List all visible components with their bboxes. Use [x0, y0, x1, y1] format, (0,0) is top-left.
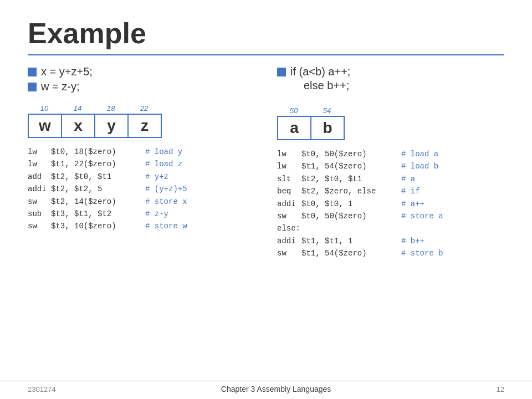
operands: $t3, $t1, $t2	[51, 208, 145, 220]
comment: # (y+z)+5	[145, 183, 187, 195]
right-code-line: slt$t2, $t0, $t1# a	[277, 173, 504, 185]
instr: lw	[28, 146, 51, 158]
left-mem-row: wxyz	[28, 114, 161, 137]
if-line1: if (a<b) a++;	[290, 65, 350, 78]
bullet-item-1: x = y+z+5;	[28, 65, 255, 78]
comment: # load a	[401, 148, 438, 160]
left-code-line: sw$t2, 14($zero)# store x	[28, 196, 255, 208]
instr: lw	[277, 160, 301, 172]
comment: # store b	[401, 247, 443, 259]
right-bullet-text-1: if (a<b) a++; else b++;	[290, 65, 350, 93]
right-code-line: sw$t1, 54($zero)# store b	[277, 247, 504, 259]
instr: sw	[28, 196, 51, 208]
operands: $t2, $t0, $t1	[301, 173, 401, 185]
comment: # load b	[401, 160, 438, 172]
comment: # load z	[145, 158, 182, 170]
operands: $t3, 10($zero)	[51, 220, 145, 232]
left-mem-cell: y	[95, 114, 128, 137]
operands: $t1, $t1, 1	[301, 235, 401, 247]
left-code-line: sw$t3, 10($zero)# store w	[28, 220, 255, 232]
right-bullet-icon-1	[277, 68, 286, 76]
right-mem-labels: 5054	[277, 106, 345, 115]
right-code-block: lw$t0, 50($zero)# load alw$t1, 54($zero)…	[277, 148, 504, 260]
left-mem-cell: z	[128, 114, 161, 137]
left-mem-label: 18	[94, 104, 127, 112]
left-mem-cell: x	[62, 114, 95, 137]
right-mem-row: ab	[278, 116, 344, 140]
instr: addi	[277, 198, 301, 210]
operands: $t2, 14($zero)	[51, 196, 145, 208]
comment: # load y	[145, 146, 182, 158]
operands: $t1, 22($zero)	[51, 158, 145, 170]
bullet-text-1: x = y+z+5;	[41, 65, 93, 78]
operands: $t1, 54($zero)	[301, 247, 401, 259]
right-bullet-item-1: if (a<b) a++; else b++;	[277, 65, 504, 93]
instr: sw	[277, 210, 301, 222]
bullet-icon-1	[28, 68, 37, 76]
operands: $t1, 54($zero)	[301, 160, 401, 172]
instr: addi	[277, 235, 301, 247]
right-mem-label: 50	[277, 106, 310, 115]
left-code-line: lw$t1, 22($zero)# load z	[28, 158, 255, 170]
footer-center: Chapter 3 Assembly Languages	[221, 385, 331, 393]
right-mem-label: 54	[310, 106, 344, 115]
left-mem-label: 14	[61, 104, 94, 112]
left-mem-labels: 10141822	[28, 104, 162, 112]
left-code-line: addi$t2, $t2, 5# (y+z)+5	[28, 183, 255, 195]
right-mem-table: ab	[277, 116, 345, 140]
content-area: x = y+z+5; w = z-y; 10141822 wxyz	[28, 65, 504, 260]
left-code-line: lw$t0, 18($zero)# load y	[28, 146, 255, 158]
left-mem-cell: w	[28, 114, 62, 137]
operands: $t0, 50($zero)	[301, 210, 401, 222]
right-code-line: sw$t0, 50($zero)# store a	[277, 210, 504, 222]
instr: sub	[28, 208, 51, 220]
left-code-line: sub$t3, $t1, $t2# z-y	[28, 208, 255, 220]
slide-title: Example	[28, 17, 504, 50]
footer: 2301274 Chapter 3 Assembly Languages 12	[0, 381, 532, 393]
left-code-line: add$t2, $t0, $t1# y+z	[28, 171, 255, 183]
comment: # store w	[145, 220, 187, 232]
right-mem-cell: a	[278, 116, 311, 140]
right-code-line: else:	[277, 222, 504, 234]
instr: slt	[277, 173, 301, 185]
left-mem-label: 10	[28, 104, 61, 112]
left-code-block: lw$t0, 18($zero)# load ylw$t1, 22($zero)…	[28, 146, 255, 233]
left-memory-diagram: 10141822 wxyz	[28, 104, 162, 138]
left-mem-table: wxyz	[28, 114, 162, 138]
right-code-line: addi$t0, $t0, 1# a++	[277, 198, 504, 210]
comment: # store a	[401, 210, 443, 222]
right-code-line: lw$t0, 50($zero)# load a	[277, 148, 504, 160]
right-code-line: lw$t1, 54($zero)# load b	[277, 160, 504, 172]
right-code-line: addi$t1, $t1, 1# b++	[277, 235, 504, 247]
instr: lw	[277, 148, 301, 160]
comment: # z-y	[145, 208, 168, 220]
operands: $t2, $zero, else	[301, 185, 401, 197]
operands: $t0, $t0, 1	[301, 198, 401, 210]
right-bullet-area: if (a<b) a++; else b++;	[277, 65, 504, 93]
right-mem-cell: b	[311, 116, 344, 140]
else-label: else:	[277, 222, 300, 234]
comment: # a++	[401, 198, 424, 210]
footer-right: 12	[497, 385, 504, 393]
instr: beq	[277, 185, 301, 197]
instr: addi	[28, 183, 51, 195]
left-column: x = y+z+5; w = z-y; 10141822 wxyz	[28, 65, 255, 260]
bullet-text-2: w = z-y;	[41, 80, 79, 93]
right-code-line: beq$t2, $zero, else# if	[277, 185, 504, 197]
comment: # b++	[401, 235, 424, 247]
comment: # a	[401, 173, 415, 185]
operands: $t2, $t2, 5	[51, 183, 145, 195]
comment: # y+z	[145, 171, 168, 183]
operands: $t2, $t0, $t1	[51, 171, 145, 183]
instr: sw	[28, 220, 51, 232]
slide: Example x = y+z+5; w = z-y; 10141822	[0, 0, 532, 399]
right-memory-diagram: 5054 ab	[277, 106, 345, 140]
right-column: if (a<b) a++; else b++; 5054 ab	[277, 65, 504, 260]
comment: # if	[401, 185, 420, 197]
comment: # store x	[145, 196, 187, 208]
instr: add	[28, 171, 51, 183]
title-divider	[28, 54, 504, 55]
operands: $t0, 50($zero)	[301, 148, 401, 160]
instr: sw	[277, 247, 301, 259]
if-line2: else b++;	[304, 79, 350, 92]
